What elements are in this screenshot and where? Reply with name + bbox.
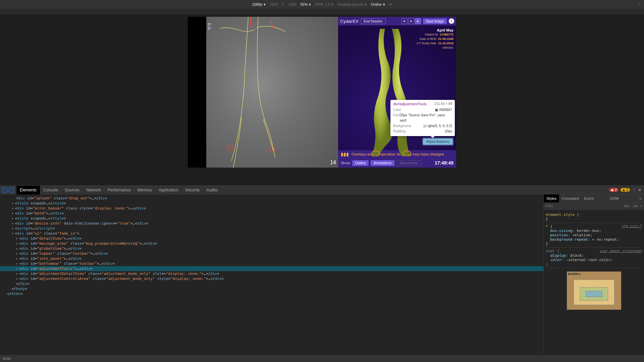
frame-count: 14	[330, 160, 336, 166]
box-model: margin - border - padding -	[546, 268, 642, 313]
svg-point-0	[227, 145, 232, 150]
tab-elements[interactable]: Elements	[16, 186, 40, 194]
styles-more-icon[interactable]: »	[637, 194, 644, 202]
tab-sources[interactable]: Sources	[61, 186, 83, 194]
viewport: 0° 0°	[0, 15, 644, 185]
tab-security[interactable]: Security	[182, 186, 203, 194]
brightness-high-icon[interactable]: ☀	[415, 18, 421, 24]
styles-filter-input[interactable]	[546, 204, 621, 208]
settings-icon[interactable]: ⋮	[632, 188, 636, 192]
add-rule-icon[interactable]: +	[640, 204, 642, 208]
outline-toggle[interactable]: Outline	[352, 160, 369, 166]
tab-application[interactable]: Application	[155, 186, 182, 194]
styles-tab-styles[interactable]: Styles	[544, 194, 559, 202]
show-label: Show	[341, 161, 350, 165]
resolution-select[interactable]: 1080p ▾	[252, 2, 266, 7]
device-type-select[interactable]: Desktop (touch) ▾	[337, 2, 367, 7]
warning-badge[interactable]: ▲ 1	[621, 188, 630, 192]
xray-pane: 0° 0°	[188, 17, 338, 168]
devtools-panel: Elements Console Sources Network Perform…	[0, 185, 644, 362]
vessel-overlay	[188, 17, 338, 168]
info-icon[interactable]: i	[449, 18, 454, 24]
tab-network[interactable]: Network	[83, 186, 104, 194]
brightness-low-icon[interactable]: ☀	[401, 18, 408, 24]
device-height[interactable]: 1080	[288, 2, 296, 6]
network-select[interactable]: Online ▾	[371, 2, 385, 7]
inspect-element-icon[interactable]	[2, 187, 7, 193]
styles-pane: Styles Computed Event Listeners DOM Brea…	[543, 194, 644, 355]
dimension-separator-icon: ×	[282, 2, 284, 6]
close-icon[interactable]: ✕	[638, 188, 641, 192]
aorta-model	[365, 29, 415, 156]
brightness-med-icon[interactable]: ☀	[408, 18, 414, 24]
more-options-icon[interactable]: ⋮	[638, 2, 641, 7]
app-logo: CydarEV	[340, 19, 359, 24]
styles-tab-events[interactable]: Event Listeners	[582, 194, 608, 202]
zoom-select[interactable]: 55% ▾	[300, 2, 311, 7]
warning-icon: ▮▮▮	[341, 152, 349, 157]
device-width[interactable]: 1920	[270, 2, 278, 6]
tab-console[interactable]: Console	[40, 186, 61, 194]
review-pane: CydarEV End Session ☀ ☀ ☀ Save Image i A…	[338, 17, 456, 168]
css-rules[interactable]: element.style { } itg.scss:7* { box-sizi…	[544, 210, 644, 355]
tooltip-dims: 211.55 × 89	[434, 102, 452, 106]
dom-tree[interactable]: <div id="splash" class="drop_out">…</div…	[0, 194, 543, 355]
tab-audits[interactable]: Audits	[203, 186, 221, 194]
device-mode-icon[interactable]	[9, 187, 14, 193]
hov-toggle[interactable]: :hov	[623, 204, 630, 208]
end-session-button[interactable]: End Session	[361, 18, 386, 24]
devtools-tabs: Elements Console Sources Network Perform…	[0, 186, 644, 194]
clock: 17:49:49	[435, 160, 453, 166]
rotate-icon[interactable]: ⟳	[389, 2, 392, 7]
dom-breadcrumb[interactable]: html	[0, 355, 644, 362]
element-inspect-tooltip: div#adjustmentTools 211.55 × 89 Color#66…	[390, 100, 455, 136]
tooltip-selector: div#adjustmentTools	[393, 102, 427, 106]
tab-memory[interactable]: Memory	[134, 186, 155, 194]
save-image-button[interactable]: Save Image	[423, 18, 447, 24]
bottom-toolbar: Show Outline Annotations Adjustments 17:…	[338, 158, 456, 168]
app-topbar: CydarEV End Session ☀ ☀ ☀ Save Image i	[338, 17, 456, 25]
app-frame: 0° 0°	[188, 17, 456, 168]
cls-toggle[interactable]: .cls	[632, 204, 637, 208]
annotations-toggle[interactable]: Annotations	[371, 160, 394, 166]
error-badge[interactable]: ◉ 2	[609, 188, 618, 192]
device-toolbar: 1080p ▾ 644 × 362 55% ▾ DPR: 1.0 ▾ Des…	[0, 0, 644, 9]
tab-performance[interactable]: Performance	[104, 186, 134, 194]
brightness-group: ☀ ☀ ☀	[401, 18, 421, 24]
adjustments-toggle[interactable]: Adjustments	[396, 160, 421, 166]
ruler-strip	[0, 9, 644, 15]
selected-dom-node: ▸<div id="adjustmentTools">…</div>	[0, 266, 543, 271]
adjust-anatomy-button[interactable]: Adjust Anatomy	[423, 138, 453, 145]
styles-tab-dom-bp[interactable]: DOM Breakpoints	[607, 194, 637, 202]
dpr-select[interactable]: DPR: 1.0 ▾	[315, 2, 333, 7]
styles-tab-computed[interactable]: Computed	[559, 194, 582, 202]
